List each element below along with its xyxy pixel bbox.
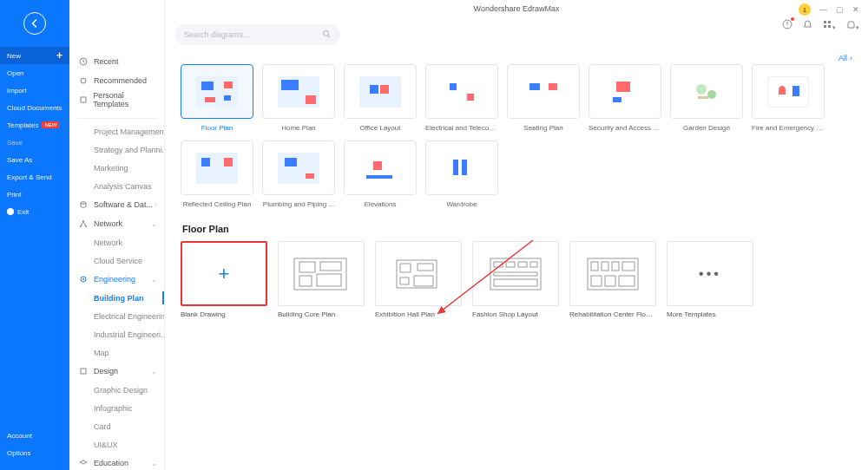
apps-icon[interactable]: ▾: [823, 20, 836, 31]
minimize-button[interactable]: ―: [819, 5, 827, 14]
design-icon: [78, 366, 89, 376]
cat-project-management[interactable]: Project Management: [69, 122, 164, 140]
personal-icon: [78, 95, 88, 105]
cat-education[interactable]: Education ⌄: [69, 454, 164, 470]
cat-marketing[interactable]: Marketing: [69, 159, 164, 177]
template-blank-drawing[interactable]: + Blank Drawing: [181, 241, 267, 318]
template-rehab-center[interactable]: Rehabilitation Center Floor Pl...: [569, 241, 656, 318]
card-office-layout[interactable]: Office Layout: [344, 64, 417, 132]
chevron-down-icon: ⌄: [151, 368, 157, 375]
active-indicator: [162, 291, 164, 304]
card-elevations[interactable]: Elevations: [344, 140, 417, 208]
cat-graphic-design[interactable]: Graphic Design: [69, 381, 164, 399]
gear-icon: [78, 274, 89, 284]
svg-rect-22: [320, 262, 341, 271]
chevron-down-icon: ⌄: [151, 276, 157, 284]
card-wardrobe[interactable]: Wardrobe: [425, 140, 498, 208]
card-reflected-ceiling[interactable]: Reflected Ceiling Plan: [181, 140, 253, 208]
rail-cloud-documents[interactable]: Cloud Documents: [0, 99, 69, 116]
rail-new[interactable]: New +: [0, 47, 69, 64]
template-building-core[interactable]: Building Core Plan: [278, 241, 365, 318]
exit-icon: [7, 208, 14, 215]
rail-import[interactable]: Import: [0, 82, 69, 99]
svg-point-17: [707, 90, 716, 99]
cat-design[interactable]: Design ⌄: [69, 362, 164, 381]
cat-analysis[interactable]: Analysis Canvas: [69, 177, 164, 195]
alert-icon[interactable]: [782, 19, 792, 31]
svg-rect-28: [518, 262, 527, 267]
card-seating-plan[interactable]: Seating Plan: [507, 64, 580, 132]
cat-strategy[interactable]: Strategy and Planni...: [69, 140, 164, 159]
cat-industrial-engineering[interactable]: Industrial Engineeri...: [69, 325, 164, 343]
rail-save-as[interactable]: Save As: [0, 151, 69, 168]
rail-exit[interactable]: Exit: [0, 203, 69, 220]
cat-building-plan[interactable]: Building Plan: [69, 289, 164, 307]
back-button[interactable]: [0, 0, 69, 47]
bell-icon[interactable]: [803, 20, 812, 31]
search-placeholder: Search diagrams...: [184, 30, 250, 39]
cat-cloud-service[interactable]: Cloud Service: [69, 251, 164, 270]
template-exhibition-hall[interactable]: Exhibition Hall Plan: [375, 241, 462, 318]
maximize-button[interactable]: ▢: [836, 5, 844, 14]
avatar[interactable]: 1: [799, 3, 811, 16]
plus-icon: +: [219, 263, 230, 285]
svg-rect-23: [299, 276, 312, 286]
all-link[interactable]: All ›: [181, 54, 852, 62]
cat-personal-templates[interactable]: Personal Templates: [69, 90, 164, 109]
card-fire-emergency[interactable]: Fire and Emergency Pl...: [752, 64, 825, 132]
rail-save[interactable]: Save: [0, 134, 69, 151]
window-controls: 1 ― ▢ ✕: [799, 3, 859, 16]
svg-rect-30: [494, 272, 537, 276]
cat-recent[interactable]: Recent: [69, 52, 164, 71]
svg-point-1: [81, 78, 86, 83]
svg-rect-24: [317, 274, 341, 286]
rail-new-label: New: [7, 52, 21, 60]
clock-icon: [78, 56, 89, 67]
card-garden-design[interactable]: Garden Design: [670, 64, 743, 132]
svg-rect-27: [506, 262, 515, 267]
theme-icon[interactable]: ▾: [846, 20, 859, 31]
rail-export-send[interactable]: Export & Send: [0, 168, 69, 186]
star-icon: [78, 75, 89, 86]
card-plumbing-piping[interactable]: Plumbing and Piping ...: [262, 140, 335, 208]
rail-options[interactable]: Options: [0, 444, 69, 461]
close-button[interactable]: ✕: [852, 5, 859, 14]
cat-network[interactable]: Network ⌄: [69, 214, 164, 233]
left-rail: New + Open Import Cloud Documents Templa…: [0, 0, 69, 470]
cat-engineering[interactable]: Engineering ⌄: [69, 270, 164, 289]
cat-infographic[interactable]: Infographic: [69, 399, 164, 417]
rail-templates[interactable]: Templates NEW: [0, 116, 69, 134]
rail-open[interactable]: Open: [0, 64, 69, 82]
svg-rect-25: [490, 258, 541, 290]
card-home-plan[interactable]: Home Plan: [262, 64, 335, 132]
new-badge: NEW: [42, 121, 59, 128]
svg-rect-2: [81, 97, 86, 102]
svg-rect-21: [299, 262, 315, 272]
cat-electrical-engineering[interactable]: Electrical Engineering: [69, 307, 164, 325]
cat-recommended[interactable]: Recommended: [69, 71, 164, 90]
rail-account[interactable]: Account: [0, 427, 69, 444]
cat-card[interactable]: Card: [69, 417, 164, 435]
template-more[interactable]: ••• More Templates: [667, 241, 753, 318]
cat-uiux[interactable]: UI&UX: [69, 435, 164, 454]
card-security-access[interactable]: Security and Access Pl...: [589, 64, 661, 132]
template-fashion-shop[interactable]: Fashion Shop Layout: [472, 241, 559, 318]
template-grid: + Blank Drawing Building Core Plan Exhib…: [181, 241, 852, 318]
svg-rect-35: [612, 262, 619, 271]
svg-rect-18: [698, 96, 708, 99]
search-icon: [322, 29, 332, 41]
cat-map[interactable]: Map: [69, 343, 164, 362]
card-electrical-telecom[interactable]: Electrical and Telecom...: [425, 64, 498, 132]
rail-print[interactable]: Print: [0, 186, 69, 203]
svg-rect-39: [619, 276, 635, 286]
search-input[interactable]: Search diagrams...: [175, 24, 340, 45]
svg-rect-31: [494, 279, 537, 286]
cat-network-sub[interactable]: Network: [69, 233, 164, 251]
svg-rect-32: [588, 258, 638, 290]
card-floor-plan[interactable]: Floor Plan: [181, 64, 253, 132]
svg-point-3: [81, 202, 86, 204]
plus-icon: +: [56, 49, 62, 62]
category-grid: Floor Plan Home Plan Office Layout Elect…: [181, 64, 852, 208]
back-arrow-icon: [23, 12, 46, 35]
cat-software-database[interactable]: Software & Dat... ›: [69, 195, 164, 214]
